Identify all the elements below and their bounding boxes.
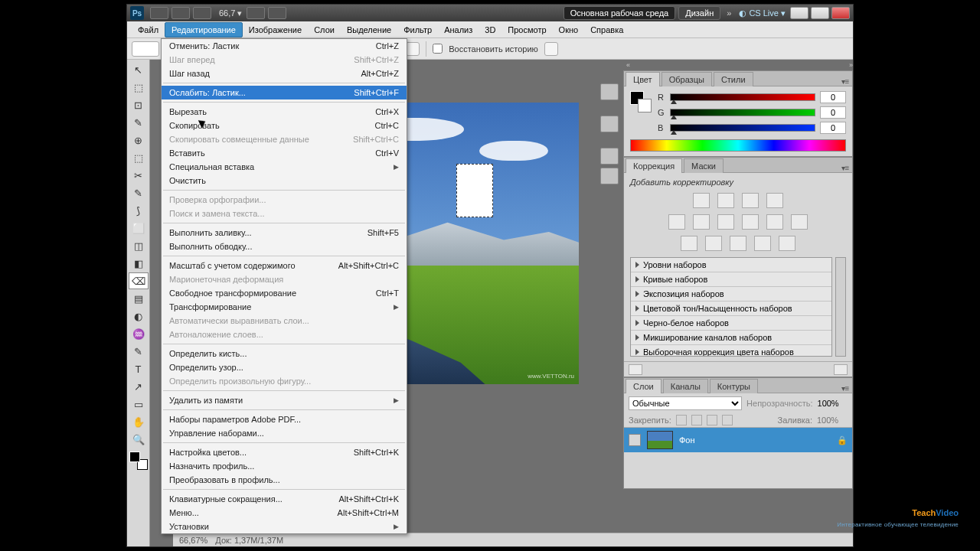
- arrange-docs-button[interactable]: [247, 7, 265, 19]
- return-to-adj-list-icon[interactable]: [629, 364, 642, 375]
- restore-history-checkbox[interactable]: [433, 44, 443, 54]
- fg-bg-color[interactable]: [129, 452, 148, 470]
- photo-filter-icon[interactable]: [766, 214, 783, 230]
- menu-просмотр[interactable]: Просмотр: [501, 23, 552, 37]
- menu-выделение[interactable]: Выделение: [341, 23, 397, 37]
- tool-button[interactable]: ⊕: [129, 132, 149, 148]
- tool-button[interactable]: ⊡: [129, 96, 149, 113]
- tool-button[interactable]: ⬚: [129, 149, 149, 166]
- menu-item[interactable]: Преобразовать в профиль...: [162, 473, 407, 487]
- preset-item[interactable]: Уровни наборов: [631, 258, 831, 272]
- menu-анализ[interactable]: Анализ: [438, 23, 479, 37]
- tab-layers[interactable]: Слои: [626, 379, 662, 393]
- window-close-button[interactable]: [831, 7, 850, 19]
- tool-button[interactable]: ✎: [129, 184, 149, 201]
- blend-mode-select[interactable]: Обычные: [629, 396, 742, 410]
- menu-item[interactable]: Назначить профиль...: [162, 459, 407, 473]
- menu-item[interactable]: Масштаб с учетом содержимогоAlt+Shift+Ct…: [162, 259, 407, 272]
- menu-item[interactable]: Специальная вставка▶: [162, 160, 407, 174]
- selective-color-icon[interactable]: [779, 236, 795, 251]
- tool-button[interactable]: ▭: [129, 396, 149, 412]
- threshold-icon[interactable]: [730, 236, 746, 251]
- menu-item[interactable]: Настройка цветов...Shift+Ctrl+K: [162, 445, 407, 459]
- menu-item[interactable]: Управление наборами...: [162, 426, 407, 440]
- menu-фильтр[interactable]: Фильтр: [397, 23, 438, 37]
- menu-item[interactable]: Шаг назадAlt+Ctrl+Z: [162, 67, 407, 80]
- menu-изображение[interactable]: Изображение: [243, 23, 308, 37]
- tool-button[interactable]: ◧: [129, 255, 149, 272]
- eraser-preview[interactable]: [132, 41, 159, 57]
- posterize-icon[interactable]: [705, 236, 722, 251]
- exposure-icon[interactable]: [766, 193, 783, 208]
- tool-button[interactable]: ◐: [129, 308, 149, 324]
- menu-item[interactable]: Меню...Alt+Shift+Ctrl+M: [162, 506, 407, 520]
- tool-button[interactable]: ♒: [129, 325, 149, 342]
- panel-menu-icon[interactable]: ▾≡: [838, 164, 852, 172]
- preset-item[interactable]: Черно-белое наборов: [631, 316, 831, 331]
- preset-item[interactable]: Цветовой тон/Насыщенность наборов: [631, 302, 831, 316]
- tool-button[interactable]: ↗: [129, 378, 149, 395]
- panel-menu-icon[interactable]: ▾≡: [838, 384, 852, 393]
- preset-item[interactable]: Экспозиция наборов: [631, 287, 831, 302]
- fg-bg-swatch[interactable]: [630, 91, 652, 112]
- menu-item[interactable]: Клавиатурные сокращения...Alt+Shift+Ctrl…: [162, 492, 407, 506]
- curves-icon[interactable]: [742, 193, 759, 208]
- color-spectrum[interactable]: [630, 139, 846, 152]
- tool-button[interactable]: ✎: [129, 343, 149, 360]
- workspace-primary[interactable]: Основная рабочая среда: [564, 6, 676, 20]
- tab-styles[interactable]: Стили: [714, 72, 753, 86]
- tab-channels[interactable]: Каналы: [663, 379, 708, 393]
- tool-button[interactable]: T: [129, 360, 149, 377]
- channel-value[interactable]: 0: [820, 122, 846, 134]
- tool-button[interactable]: ⬜: [129, 220, 149, 236]
- workspace-more-icon[interactable]: »: [727, 8, 731, 18]
- tab-masks[interactable]: Маски: [684, 158, 724, 173]
- character-panel-icon[interactable]: [600, 148, 619, 165]
- menu-item[interactable]: Ослабить: Ластик...Shift+Ctrl+F: [162, 86, 407, 99]
- menu-item[interactable]: Выполнить обводку...: [162, 240, 407, 253]
- workspace-secondary[interactable]: Дизайн: [678, 6, 720, 20]
- cslive-button[interactable]: ◐ CS Live ▾: [739, 8, 786, 18]
- menu-item[interactable]: Трансформирование▶: [162, 300, 407, 314]
- layer-name[interactable]: Фон: [679, 435, 695, 445]
- panel-menu-icon[interactable]: ▾≡: [838, 77, 852, 86]
- menu-item[interactable]: Установки▶: [162, 520, 407, 533]
- adjustment-presets-list[interactable]: Уровни наборовКривые наборовЭкспозиция н…: [630, 257, 832, 357]
- menu-справка[interactable]: Справка: [584, 23, 629, 37]
- tool-button[interactable]: ✎: [129, 114, 149, 131]
- window-minimize-button[interactable]: [790, 7, 808, 19]
- menu-item[interactable]: Наборы параметров Adobe PDF...: [162, 412, 407, 426]
- lock-transparent-icon[interactable]: [676, 415, 687, 425]
- layer-row[interactable]: Фон 🔒: [624, 428, 852, 452]
- menu-окно[interactable]: Окно: [553, 23, 585, 37]
- view-extras-button[interactable]: [193, 7, 211, 19]
- menu-файл[interactable]: Файл: [132, 23, 165, 37]
- tablet-pressure-icon[interactable]: [544, 42, 558, 56]
- status-zoom[interactable]: 66,67%: [179, 536, 207, 545]
- color-balance-icon[interactable]: [717, 214, 734, 230]
- menu-item[interactable]: Определить кисть...: [162, 347, 407, 360]
- opacity-value[interactable]: 100%: [818, 399, 848, 408]
- preset-item[interactable]: Микширование каналов наборов: [631, 331, 831, 345]
- window-maximize-button[interactable]: [811, 7, 829, 19]
- vibrance-icon[interactable]: [668, 214, 685, 230]
- channel-mixer-icon[interactable]: [791, 214, 808, 230]
- tool-button[interactable]: ⟆: [129, 202, 149, 219]
- preset-item[interactable]: Выборочная коррекция цвета наборов: [631, 345, 831, 357]
- history-panel-icon[interactable]: [600, 116, 619, 132]
- tool-button[interactable]: ⬚: [129, 79, 149, 96]
- menu-item[interactable]: ВырезатьCtrl+X: [162, 105, 407, 119]
- tool-button[interactable]: ✂: [129, 167, 149, 184]
- bw-icon[interactable]: [742, 214, 759, 230]
- layer-thumbnail[interactable]: [647, 431, 673, 449]
- menu-item[interactable]: Свободное трансформированиеCtrl+T: [162, 286, 407, 300]
- tool-button[interactable]: 🔍: [129, 431, 149, 448]
- lock-all-icon[interactable]: [722, 415, 733, 425]
- tool-button[interactable]: ⌫: [129, 272, 149, 289]
- tab-color[interactable]: Цвет: [626, 72, 660, 86]
- tool-button[interactable]: ▤: [129, 290, 149, 307]
- menu-item[interactable]: Отменить: ЛастикCtrl+Z: [162, 39, 407, 53]
- paragraph-panel-icon[interactable]: [600, 168, 619, 184]
- tab-adjustments[interactable]: Коррекция: [626, 158, 682, 173]
- menu-слои[interactable]: Слои: [308, 23, 341, 37]
